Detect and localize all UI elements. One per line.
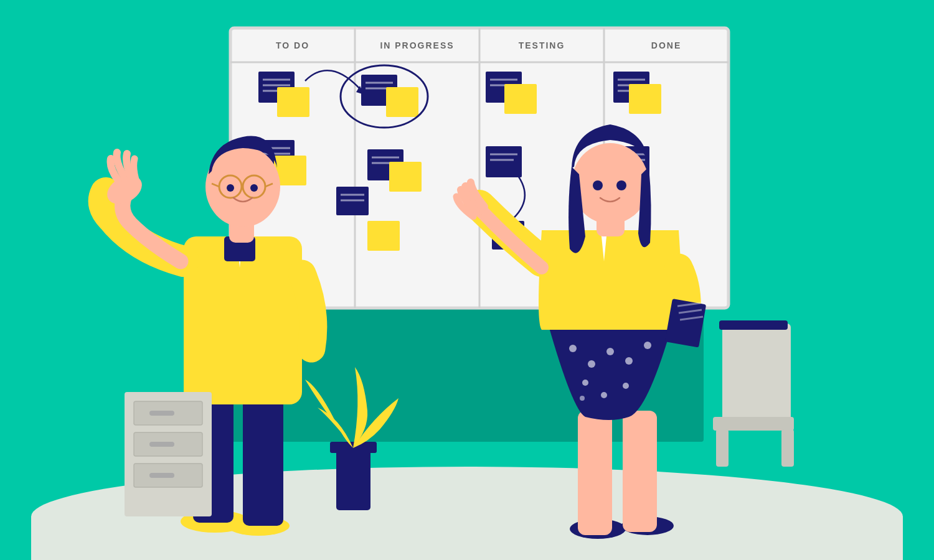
svg-rect-17 <box>277 87 309 117</box>
svg-text:TO DO: TO DO <box>276 40 309 50</box>
svg-rect-96 <box>149 411 174 416</box>
svg-point-77 <box>588 360 595 368</box>
svg-text:DONE: DONE <box>651 40 681 50</box>
svg-point-84 <box>580 396 585 401</box>
svg-point-93 <box>616 180 626 190</box>
svg-point-83 <box>623 383 629 389</box>
svg-point-79 <box>625 357 633 365</box>
svg-point-76 <box>569 345 577 352</box>
svg-rect-50 <box>629 84 661 114</box>
svg-text:TESTING: TESTING <box>519 40 565 50</box>
svg-rect-75 <box>623 411 657 532</box>
svg-rect-103 <box>722 324 791 423</box>
svg-point-92 <box>593 180 603 190</box>
svg-rect-28 <box>386 87 418 117</box>
svg-point-81 <box>582 380 588 386</box>
svg-rect-98 <box>149 442 174 447</box>
svg-point-91 <box>572 143 649 224</box>
svg-rect-104 <box>713 417 794 431</box>
svg-point-70 <box>227 184 234 192</box>
svg-text:IN PROGRESS: IN PROGRESS <box>380 40 454 50</box>
svg-point-82 <box>601 392 607 398</box>
svg-rect-2 <box>31 516 903 560</box>
svg-rect-58 <box>243 386 283 526</box>
svg-rect-40 <box>486 146 522 177</box>
svg-point-71 <box>250 184 258 192</box>
svg-rect-74 <box>578 411 612 535</box>
svg-rect-39 <box>504 84 537 114</box>
scene: TO DO IN PROGRESS TESTING DONE <box>0 0 934 560</box>
svg-rect-105 <box>716 429 729 467</box>
svg-rect-59 <box>184 236 302 404</box>
svg-rect-100 <box>149 473 174 478</box>
svg-rect-106 <box>781 429 794 467</box>
svg-rect-107 <box>719 320 788 330</box>
svg-rect-34 <box>389 162 422 192</box>
svg-point-78 <box>606 348 614 355</box>
svg-rect-101 <box>336 448 370 510</box>
svg-rect-35 <box>367 221 400 251</box>
svg-point-80 <box>644 342 651 349</box>
